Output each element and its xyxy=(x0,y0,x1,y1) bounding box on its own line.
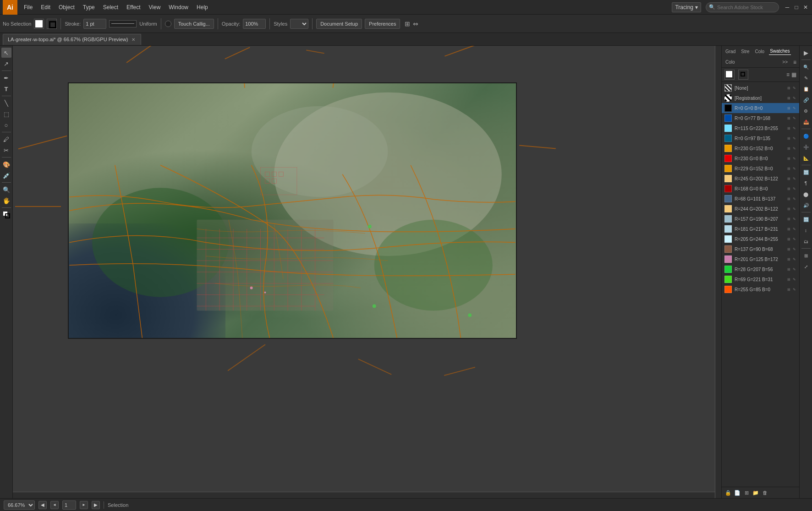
horizontal-scrollbar[interactable] xyxy=(13,492,715,498)
swatch-grid-icon[interactable]: ⊞ xyxy=(786,267,791,272)
swatch-grid-icon[interactable]: ⊞ xyxy=(786,186,791,191)
rect-tool[interactable]: ⬚ xyxy=(1,109,11,119)
swatch-edit-icon[interactable]: ✎ xyxy=(792,287,796,292)
preferences-button[interactable]: Preferences xyxy=(365,19,400,29)
swatch-row[interactable]: [None]⊞✎ xyxy=(722,83,799,93)
swatch-lib-icon[interactable]: ⊞ xyxy=(743,489,750,496)
panel-options-icon[interactable]: ≡ xyxy=(793,59,796,65)
delete-swatch-icon[interactable]: 🗑 xyxy=(761,489,768,496)
page-number[interactable] xyxy=(62,500,76,510)
swatch-grid-icon[interactable]: ⊞ xyxy=(786,126,791,130)
right-icon-expand[interactable]: ▶ xyxy=(801,48,811,58)
swatch-edit-icon[interactable]: ✎ xyxy=(792,86,796,90)
swatch-edit-icon[interactable]: ✎ xyxy=(792,237,796,241)
swatch-grid-icon[interactable]: ⊞ xyxy=(786,277,791,282)
right-icon-add[interactable]: ➕ xyxy=(801,142,811,152)
swatch-row[interactable]: R=230 G=0 B=0⊞✎ xyxy=(722,153,799,163)
stroke-swatch[interactable] xyxy=(47,19,57,29)
right-icon-grid[interactable]: ⊞ xyxy=(801,250,811,261)
right-icon-paragraph[interactable]: ¶ xyxy=(801,178,811,188)
swatch-row[interactable]: R=0 G=0 B=0⊞✎ xyxy=(722,103,799,113)
eyedropper-tool[interactable]: 💉 xyxy=(1,170,11,180)
direct-select-tool[interactable]: ↗ xyxy=(1,59,11,69)
right-icon-audio[interactable]: 🔊 xyxy=(801,200,811,210)
styles-select[interactable] xyxy=(290,19,308,29)
transform-icon[interactable]: ⇔ xyxy=(413,20,418,27)
right-icon-link[interactable]: 🔗 xyxy=(801,95,811,105)
tracing-dropdown[interactable]: Tracing ▾ xyxy=(672,2,701,12)
tab-close-button[interactable]: ✕ xyxy=(131,37,136,42)
menu-effect[interactable]: Effect xyxy=(123,2,144,12)
right-icon-appearance[interactable]: 🔵 xyxy=(801,131,811,141)
stroke-indicator[interactable] xyxy=(738,70,748,80)
right-icon-text2[interactable]: 🔡 xyxy=(801,214,811,224)
swatch-row[interactable]: R=69 G=221 B=31⊞✎ xyxy=(722,274,799,284)
swatch-edit-icon[interactable]: ✎ xyxy=(792,196,796,201)
search-input[interactable] xyxy=(717,5,772,10)
swatch-grid-icon[interactable]: ⊞ xyxy=(786,166,791,171)
document-canvas[interactable] xyxy=(68,82,517,339)
tab-color2[interactable]: Colo xyxy=(724,59,736,65)
swatch-edit-icon[interactable]: ✎ xyxy=(792,277,796,282)
swatch-row[interactable]: [Registration]⊞✎ xyxy=(722,93,799,103)
swatch-edit-icon[interactable]: ✎ xyxy=(792,106,796,110)
swatch-row[interactable]: R=28 G=207 B=56⊞✎ xyxy=(722,264,799,274)
right-icon-transform[interactable]: ↕ xyxy=(801,225,811,235)
swatch-grid-icon[interactable]: ⊞ xyxy=(786,96,791,100)
panel-more-button[interactable]: >> xyxy=(782,60,788,65)
swatch-row[interactable]: R=205 G=244 B=255⊞✎ xyxy=(722,234,799,244)
right-icon-align[interactable]: 📐 xyxy=(801,153,811,163)
right-icon-stack[interactable]: 🗂 xyxy=(801,236,811,246)
right-icon-search[interactable]: 🔍 xyxy=(801,62,811,72)
type-tool[interactable]: T xyxy=(1,84,11,94)
swatch-grid-icon[interactable]: ⊞ xyxy=(786,207,791,211)
minimize-button[interactable]: ─ xyxy=(784,4,791,11)
swatch-edit-icon[interactable]: ✎ xyxy=(792,267,796,272)
swatch-edit-icon[interactable]: ✎ xyxy=(792,207,796,211)
fill-indicator[interactable] xyxy=(724,70,735,80)
swatch-grid-icon[interactable]: ⊞ xyxy=(786,247,791,251)
swatch-row[interactable]: R=244 G=202 B=122⊞✎ xyxy=(722,204,799,214)
close-button[interactable]: ✕ xyxy=(802,4,809,11)
selection-tool[interactable]: ↖ xyxy=(1,48,11,58)
swatch-row[interactable]: R=0 G=77 B=168⊞✎ xyxy=(722,113,799,123)
swatch-edit-icon[interactable]: ✎ xyxy=(792,217,796,221)
brush-type-button[interactable]: Touch Callig... xyxy=(174,19,214,29)
stroke-value[interactable] xyxy=(83,19,106,29)
menu-edit[interactable]: Edit xyxy=(37,2,54,12)
swatch-edit-icon[interactable]: ✎ xyxy=(792,96,796,100)
right-icon-export[interactable]: 📤 xyxy=(801,117,811,127)
menu-object[interactable]: Object xyxy=(55,2,78,12)
swatch-grid-icon[interactable]: ⊞ xyxy=(786,237,791,241)
swatch-edit-icon[interactable]: ✎ xyxy=(792,126,796,130)
swatch-edit-icon[interactable]: ✎ xyxy=(792,227,796,231)
menu-file[interactable]: File xyxy=(20,2,36,12)
swatch-row[interactable]: R=245 G=202 B=122⊞✎ xyxy=(722,174,799,184)
swatch-edit-icon[interactable]: ✎ xyxy=(792,146,796,151)
swatch-row[interactable]: R=230 G=152 B=0⊞✎ xyxy=(722,143,799,153)
swatch-grid-icon[interactable]: ⊞ xyxy=(786,176,791,181)
tab-strokes[interactable]: Stre xyxy=(740,48,750,55)
right-icon-expand2[interactable]: ⤢ xyxy=(801,261,811,272)
tab-color[interactable]: Colo xyxy=(754,48,766,55)
swatch-grid-icon[interactable]: ⊞ xyxy=(786,146,791,151)
grid-view-icon[interactable]: ▦ xyxy=(791,71,796,78)
swatch-row[interactable]: R=157 G=190 B=207⊞✎ xyxy=(722,214,799,224)
new-color-group-icon[interactable]: 🔒 xyxy=(724,489,732,496)
menu-view[interactable]: View xyxy=(145,2,165,12)
menu-window[interactable]: Window xyxy=(165,2,192,12)
pen-tool[interactable]: ✒ xyxy=(1,73,11,83)
menu-type[interactable]: Type xyxy=(79,2,99,12)
prev-page-button[interactable]: ◀ xyxy=(38,501,47,509)
swatch-grid-icon[interactable]: ⊞ xyxy=(786,116,791,120)
swatch-grid-icon[interactable]: ⊞ xyxy=(786,196,791,201)
swatch-edit-icon[interactable]: ✎ xyxy=(792,136,796,141)
maximize-button[interactable]: □ xyxy=(793,4,800,11)
swatch-row[interactable]: R=0 G=97 B=135⊞✎ xyxy=(722,133,799,143)
hand-tool[interactable]: 🖐 xyxy=(1,196,11,206)
fill-indicator[interactable] xyxy=(1,210,11,220)
list-view-icon[interactable]: ≡ xyxy=(786,71,790,78)
brush-color-dot[interactable] xyxy=(165,21,171,27)
swatch-edit-icon[interactable]: ✎ xyxy=(792,176,796,181)
scissors-tool[interactable]: ✂ xyxy=(1,145,11,155)
